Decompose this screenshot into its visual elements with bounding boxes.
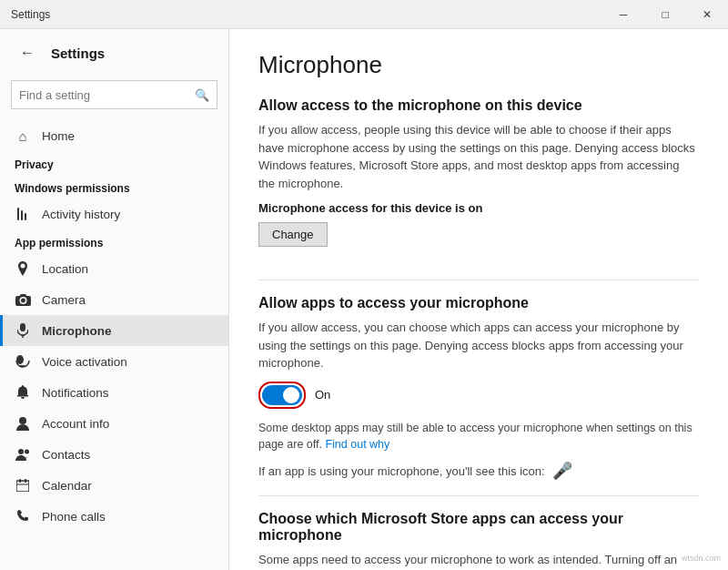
sidebar-item-account[interactable]: Account info — [0, 408, 228, 439]
svg-point-9 — [25, 450, 29, 454]
sidebar-header: ← Settings — [0, 29, 228, 76]
titlebar-title: Settings — [11, 8, 50, 21]
svg-rect-6 — [20, 365, 25, 366]
svg-rect-0 — [17, 208, 19, 220]
search-input[interactable] — [12, 88, 187, 102]
notifications-icon — [15, 384, 31, 401]
sidebar-app-title: Settings — [51, 46, 105, 61]
svg-rect-11 — [19, 479, 21, 483]
svg-rect-4 — [21, 335, 25, 336]
status-label: Microphone access for this device is on — [258, 201, 699, 215]
change-button[interactable]: Change — [258, 222, 328, 247]
voice-icon — [15, 353, 31, 370]
sidebar-item-camera-label: Camera — [42, 293, 86, 307]
sidebar-item-contacts[interactable]: Contacts — [0, 439, 228, 470]
sidebar-item-camera[interactable]: Camera — [0, 284, 228, 315]
camera-icon — [15, 291, 31, 308]
maximize-button[interactable]: □ — [644, 0, 686, 29]
find-out-why-link[interactable]: Find out why — [325, 438, 389, 451]
sidebar-item-notifications-label: Notifications — [42, 386, 109, 400]
sidebar-section-windows: Windows permissions — [0, 175, 228, 198]
back-button[interactable]: ← — [15, 40, 40, 66]
sidebar-item-microphone[interactable]: Microphone — [0, 315, 228, 346]
svg-point-7 — [19, 417, 26, 424]
toggle-row: On — [258, 382, 699, 409]
divider2 — [258, 495, 699, 496]
sidebar-item-phone-label: Phone calls — [42, 510, 106, 524]
sidebar-item-location[interactable]: Location — [0, 253, 228, 284]
section1-title: Allow access to the microphone on this d… — [258, 97, 699, 114]
account-icon — [15, 415, 31, 432]
svg-rect-2 — [25, 213, 26, 220]
watermark: wtsdn.com — [682, 554, 721, 563]
sidebar-item-location-label: Location — [42, 262, 88, 276]
sidebar-section-app: App permissions — [0, 229, 228, 253]
sidebar-item-home[interactable]: ⌂ Home — [0, 120, 228, 151]
titlebar-controls: ─ □ ✕ — [602, 0, 728, 29]
microphone-sidebar-icon — [15, 322, 31, 339]
microphone-icon-example: 🎤 — [552, 461, 572, 481]
home-icon: ⌂ — [15, 127, 31, 144]
close-button[interactable]: ✕ — [686, 0, 728, 29]
svg-point-8 — [18, 449, 24, 454]
svg-rect-1 — [21, 210, 23, 220]
toggle-track[interactable] — [262, 385, 302, 405]
calendar-icon — [15, 477, 31, 494]
sidebar-item-phone[interactable]: Phone calls — [0, 501, 228, 532]
svg-rect-10 — [16, 481, 29, 492]
svg-rect-3 — [20, 323, 25, 331]
sidebar-item-home-label: Home — [42, 129, 75, 143]
svg-rect-12 — [25, 479, 26, 483]
info-text1: Some desktop apps may still be able to a… — [258, 420, 699, 454]
activity-icon — [15, 206, 31, 222]
section1-desc: If you allow access, people using this d… — [258, 121, 699, 192]
toggle-wrapper[interactable] — [258, 382, 306, 409]
titlebar: Settings ─ □ ✕ — [0, 0, 728, 29]
sidebar: ← Settings 🔍 ⌂ Home Privacy Windows perm… — [0, 29, 229, 570]
sidebar-item-voice-label: Voice activation — [42, 355, 127, 369]
contacts-icon — [15, 446, 31, 463]
search-icon: 🔍 — [187, 80, 217, 109]
section3-desc: Some apps need to access your microphone… — [258, 551, 699, 570]
section3-title: Choose which Microsoft Store apps can ac… — [258, 511, 699, 544]
sidebar-section-privacy: Privacy — [0, 151, 228, 175]
divider1 — [258, 280, 699, 280]
sidebar-item-activity[interactable]: Activity history — [0, 198, 228, 229]
toggle-thumb — [283, 387, 299, 403]
phone-icon — [15, 508, 31, 524]
sidebar-item-microphone-label: Microphone — [42, 324, 112, 338]
sidebar-item-voice[interactable]: Voice activation — [0, 346, 228, 377]
sidebar-item-account-label: Account info — [42, 417, 109, 431]
sidebar-item-calendar[interactable]: Calendar — [0, 470, 228, 501]
sidebar-item-calendar-label: Calendar — [42, 479, 92, 493]
location-icon — [15, 260, 31, 277]
sidebar-item-activity-label: Activity history — [42, 208, 120, 221]
section2-title: Allow apps to access your microphone — [258, 295, 699, 311]
sidebar-item-contacts-label: Contacts — [42, 448, 90, 462]
icon-example-text: If an app is using your microphone, you'… — [258, 464, 545, 478]
page-title: Microphone — [258, 51, 699, 79]
icon-example-row: If an app is using your microphone, you'… — [258, 461, 699, 481]
app-container: ← Settings 🔍 ⌂ Home Privacy Windows perm… — [0, 29, 728, 570]
minimize-button[interactable]: ─ — [602, 0, 644, 29]
section2-desc: If you allow access, you can choose whic… — [258, 319, 699, 372]
toggle-label: On — [315, 388, 330, 402]
main-content: Microphone Allow access to the microphon… — [229, 29, 728, 570]
search-box[interactable]: 🔍 — [11, 80, 217, 109]
sidebar-item-notifications[interactable]: Notifications — [0, 377, 228, 408]
